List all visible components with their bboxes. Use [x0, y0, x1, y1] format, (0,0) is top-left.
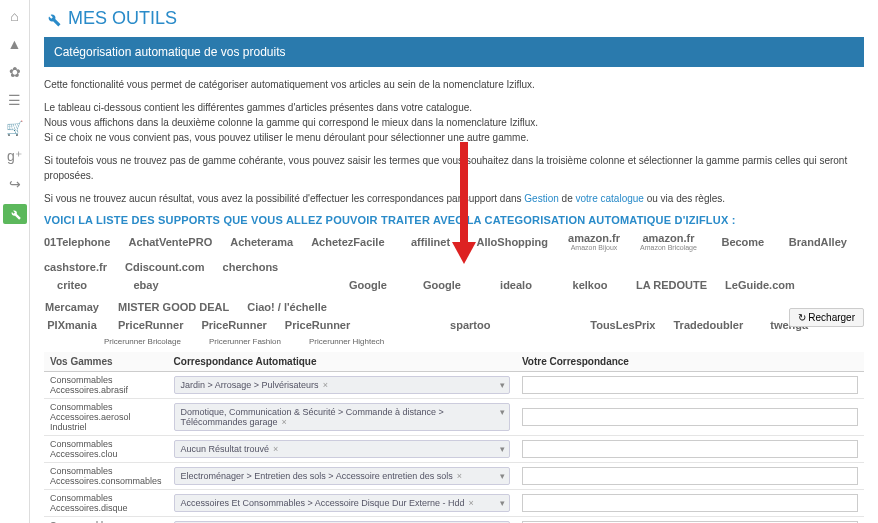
logo-item[interactable]: ebay — [118, 279, 174, 291]
page-title: MES OUTILS — [44, 8, 864, 29]
logo-item[interactable]: criteo — [44, 279, 100, 291]
logo-item[interactable]: LA REDOUTE — [636, 279, 707, 291]
logo-item[interactable]: MISTER GOOD DEAL — [118, 301, 229, 313]
auto-match-select[interactable]: Domotique, Communication & Sécurité > Co… — [174, 403, 510, 431]
th-gammes: Vos Gammes — [44, 352, 168, 372]
table-row: Consommables Accessoires.clouAucun Résul… — [44, 436, 864, 463]
logo-item[interactable]: PIXmania — [44, 319, 100, 331]
logo-item[interactable]: cashstore.fr — [44, 261, 107, 273]
table-row: Consommables Accessoires.abrasifJardin >… — [44, 372, 864, 399]
logo-item[interactable]: Mercamay — [44, 301, 100, 313]
reload-button[interactable]: ↻ Recharger — [789, 308, 864, 327]
clear-icon[interactable]: × — [273, 444, 278, 454]
categories-table: Vos Gammes Correspondance Automatique Vo… — [44, 352, 864, 523]
auto-match-select[interactable]: Jardin > Arrosage > Pulvérisateurs× — [174, 376, 510, 394]
table-row: Consommables Accessoires.aerosol Industr… — [44, 399, 864, 436]
cart-icon[interactable]: 🛒 — [7, 120, 23, 136]
logo-item[interactable]: Cdiscount.com — [125, 261, 204, 273]
stats-icon[interactable]: ▲ — [7, 36, 23, 52]
logo-item[interactable]: Google — [340, 279, 396, 291]
user-match-input[interactable] — [522, 440, 858, 458]
auto-match-select[interactable]: Electroménager > Entretien des sols > Ac… — [174, 467, 510, 485]
logo-item[interactable]: amazon.frAmazon Bijoux — [566, 232, 622, 251]
logo-item[interactable]: BrandAlley — [789, 236, 847, 248]
clear-icon[interactable]: × — [282, 417, 287, 427]
logo-item[interactable]: spartoo — [442, 319, 498, 331]
clear-icon[interactable]: × — [323, 380, 328, 390]
table-row: Consommables Accessoires.consommablesEle… — [44, 463, 864, 490]
cell-gamme: Consommables Accessoires.clou — [44, 436, 168, 463]
clear-icon[interactable]: × — [457, 471, 462, 481]
logo-item[interactable]: LeGuide.com — [725, 279, 795, 291]
intro-p4: Si vous ne trouvez aucun résultat, vous … — [44, 191, 864, 206]
logo-item[interactable]: AchetezFacile — [311, 236, 384, 248]
logo-item[interactable]: Tradedoubler — [673, 319, 743, 331]
logo-item[interactable]: Ciao! / l'échelle — [247, 301, 327, 313]
list-icon[interactable]: ☰ — [7, 92, 23, 108]
logo-item[interactable]: affilinet — [403, 236, 459, 248]
table-row: Consommables Accessoires.fer De RabotAuc… — [44, 517, 864, 524]
intro-p2: Le tableau ci-dessous contient les diffé… — [44, 100, 864, 145]
section-banner: Catégorisation automatique de vos produi… — [44, 37, 864, 67]
logo-item[interactable]: Become — [715, 236, 771, 248]
logo-item[interactable]: Acheterama — [230, 236, 293, 248]
logo-item[interactable]: cherchons — [222, 261, 278, 273]
logo-item[interactable]: idealo — [488, 279, 544, 291]
logo-item[interactable]: AchatVentePRO — [128, 236, 212, 248]
cell-gamme: Consommables Accessoires.disque — [44, 490, 168, 517]
gplus-icon[interactable]: g⁺ — [7, 148, 23, 164]
auto-match-select[interactable]: Accessoires Et Consommables > Accessoire… — [174, 494, 510, 512]
user-match-input[interactable] — [522, 494, 858, 512]
auto-match-select[interactable]: Aucun Résultat trouvé× — [174, 440, 510, 458]
cell-gamme: Consommables Accessoires.aerosol Industr… — [44, 399, 168, 436]
table-row: Consommables Accessoires.disqueAccessoir… — [44, 490, 864, 517]
cell-gamme: Consommables Accessoires.consommables — [44, 463, 168, 490]
cell-gamme: Consommables Accessoires.fer De Rabot — [44, 517, 168, 524]
logo-item[interactable]: PriceRunner — [118, 319, 183, 331]
user-match-input[interactable] — [522, 408, 858, 426]
gear-icon[interactable]: ✿ — [7, 64, 23, 80]
clear-icon[interactable]: × — [468, 498, 473, 508]
logo-item[interactable]: PriceRunner — [285, 319, 350, 331]
logos-row: 01TelephoneAchatVentePROAcheteramaAchete… — [44, 232, 864, 273]
intro-p1: Cette fonctionalité vous permet de catég… — [44, 77, 864, 92]
share-icon[interactable]: ↪ — [7, 176, 23, 192]
supports-heading: VOICI LA LISTE DES SUPPORTS QUE VOUS ALL… — [44, 214, 864, 226]
link-gestion[interactable]: Gestion — [524, 193, 558, 204]
user-match-input[interactable] — [522, 467, 858, 485]
logo-item[interactable]: amazon.frAmazon Bricolage — [640, 232, 697, 251]
pricerunner-sublabels: Pricerunner BricolagePricerunner Fashion… — [104, 337, 864, 346]
logo-item[interactable]: TousLesPrix — [590, 319, 655, 331]
home-icon[interactable]: ⌂ — [7, 8, 23, 24]
wrench-icon — [44, 10, 62, 28]
th-votre: Votre Correspondance — [516, 352, 864, 372]
intro-p3: Si toutefois vous ne trouvez pas de gamm… — [44, 153, 864, 183]
logo-item[interactable]: kelkoo — [562, 279, 618, 291]
link-catalogue[interactable]: votre catalogue — [576, 193, 644, 204]
logo-item[interactable]: AlloShopping — [477, 236, 548, 248]
sidebar: ⌂ ▲ ✿ ☰ 🛒 g⁺ ↪ — [0, 0, 30, 523]
logos-row: criteoebayGoogleGoogleidealokelkooLA RED… — [44, 279, 864, 313]
cell-gamme: Consommables Accessoires.abrasif — [44, 372, 168, 399]
user-match-input[interactable] — [522, 376, 858, 394]
logo-item[interactable]: 01Telephone — [44, 236, 110, 248]
logo-item[interactable]: Google — [414, 279, 470, 291]
logo-item[interactable]: PriceRunner — [201, 319, 266, 331]
th-correspondance: Correspondance Automatique — [168, 352, 516, 372]
logos-block: 01TelephoneAchatVentePROAcheteramaAchete… — [44, 232, 864, 346]
wrench-icon[interactable] — [3, 204, 27, 224]
logos-row: PIXmaniaPriceRunnerPriceRunnerPriceRunne… — [44, 319, 864, 331]
